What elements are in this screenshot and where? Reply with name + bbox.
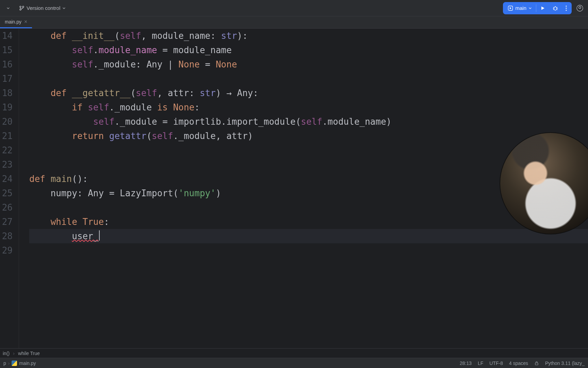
breadcrumb-separator-icon: › <box>13 351 15 356</box>
svg-point-5 <box>566 5 567 6</box>
gutter-margin <box>19 29 29 348</box>
code-line[interactable]: self._module: Any | None = None <box>29 57 588 72</box>
code-line[interactable]: if self._module is None: <box>29 100 588 114</box>
run-config-group: main <box>503 2 572 14</box>
svg-point-6 <box>566 7 567 9</box>
project-path-fragment[interactable]: p <box>3 361 6 366</box>
svg-point-4 <box>554 7 557 10</box>
tab-label: main.py <box>5 19 21 25</box>
breadcrumbs-bar: in() › while True <box>0 348 588 358</box>
code-line[interactable] <box>29 143 588 157</box>
status-bar: p › main.py 28:13 LF UTF-8 4 spaces Pyth… <box>0 358 588 368</box>
bug-icon <box>553 5 558 11</box>
svg-point-0 <box>20 6 21 7</box>
text-cursor <box>99 230 100 241</box>
version-control-widget[interactable]: Version control <box>16 3 68 14</box>
code-with-me-button[interactable] <box>574 3 585 14</box>
svg-point-2 <box>22 6 24 7</box>
svg-point-8 <box>577 5 583 11</box>
code-line[interactable]: user_ <box>29 229 588 243</box>
run-config-selector[interactable]: main <box>504 3 535 14</box>
code-line[interactable] <box>29 243 588 258</box>
code-line[interactable]: def __init__(self, module_name: str): <box>29 29 588 43</box>
play-icon <box>540 6 545 11</box>
project-dropdown[interactable] <box>3 3 14 14</box>
tab-main-py[interactable]: main.py × <box>0 16 32 28</box>
readonly-lock-icon[interactable] <box>534 361 539 366</box>
current-file-name[interactable]: main.py <box>19 361 36 366</box>
svg-point-9 <box>579 6 581 9</box>
close-tab-button[interactable]: × <box>24 19 27 25</box>
debug-button[interactable] <box>549 3 561 14</box>
editor-tabstrip: main.py × <box>0 16 588 29</box>
line-separator[interactable]: LF <box>478 361 483 366</box>
more-vertical-icon <box>566 5 567 11</box>
python-interpreter[interactable]: Python 3.11 (lazy_ <box>545 361 585 366</box>
indent-setting[interactable]: 4 spaces <box>509 361 528 366</box>
chevron-down-icon <box>62 6 66 10</box>
branch-icon <box>19 5 24 11</box>
run-button[interactable] <box>537 3 549 14</box>
code-line[interactable]: while True: <box>29 215 588 229</box>
code-line[interactable]: def __getattr__(self, attr: str) → Any: <box>29 86 588 100</box>
file-encoding[interactable]: UTF-8 <box>489 361 503 366</box>
version-control-label: Version control <box>27 5 60 11</box>
code-line[interactable]: self._module = importlib.import_module(s… <box>29 114 588 129</box>
breadcrumb-item[interactable]: while True <box>18 351 40 356</box>
main-toolbar: Version control main <box>0 0 588 16</box>
python-file-icon <box>12 361 17 366</box>
line-number-gutter: 14151617181920212223242526272829 <box>0 29 19 348</box>
breadcrumb-item[interactable]: in() <box>3 351 10 356</box>
run-config-icon <box>508 5 513 11</box>
code-line[interactable]: return getattr(self._module, attr) <box>29 129 588 143</box>
cursor-position[interactable]: 28:13 <box>460 361 472 366</box>
code-line[interactable] <box>29 72 588 86</box>
svg-rect-10 <box>535 363 538 365</box>
chevron-down-icon <box>528 6 532 10</box>
path-separator-icon: › <box>8 361 10 366</box>
avatar-icon <box>576 5 583 12</box>
code-line[interactable]: self.module_name = module_name <box>29 43 588 57</box>
editor-area: 1 1 14151617181920212223242526272829 def… <box>0 29 588 348</box>
more-actions-button[interactable] <box>562 3 570 14</box>
svg-point-7 <box>566 10 567 11</box>
run-config-name: main <box>515 5 526 11</box>
chevron-down-icon <box>6 6 10 10</box>
